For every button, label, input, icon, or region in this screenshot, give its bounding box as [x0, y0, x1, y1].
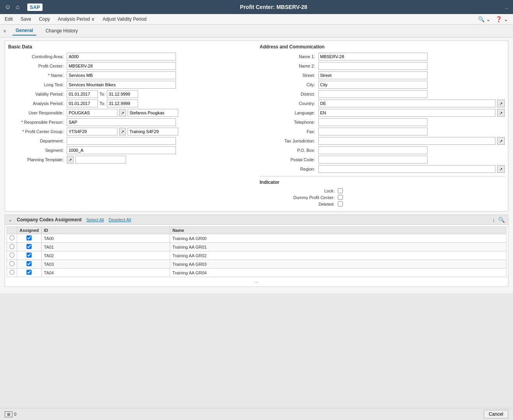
profit-center-group-name-input[interactable]: [128, 128, 178, 135]
row-check-0[interactable]: [27, 235, 32, 240]
download-icon[interactable]: ↓: [492, 217, 495, 223]
long-text-input[interactable]: [67, 81, 176, 89]
deselect-all-link[interactable]: Deselect All: [109, 217, 131, 222]
postal-code-input[interactable]: [318, 156, 428, 164]
tax-jurisdiction-label: Tax Jurisdiction:: [260, 139, 318, 143]
select-all-link[interactable]: Select All: [86, 217, 104, 222]
language-input[interactable]: [318, 109, 496, 117]
dummy-profit-center-label: Dummy Profit Center:: [260, 195, 338, 200]
controlling-area-input[interactable]: [67, 53, 176, 61]
telephone-input[interactable]: [318, 118, 428, 126]
deleted-label: Deleted:: [260, 202, 338, 206]
analysis-to-input[interactable]: [107, 100, 138, 107]
row-radio-1[interactable]: [9, 244, 14, 249]
street-input[interactable]: [318, 71, 428, 79]
validity-from-input[interactable]: [67, 90, 98, 98]
table-row: TA00 Training AA GR00: [7, 234, 506, 243]
row-check-2[interactable]: [27, 253, 32, 258]
company-codes-section: ⌄ Company Codes Assignment Select All De…: [5, 215, 508, 287]
user-responsible-name-input[interactable]: [128, 109, 178, 117]
street-label: Street:: [260, 73, 318, 78]
city-label: City:: [260, 82, 318, 87]
col-assigned: Assigned: [17, 227, 42, 234]
tab-general[interactable]: General: [12, 26, 36, 36]
validity-to-input[interactable]: [107, 90, 138, 98]
region-input[interactable]: [318, 165, 496, 173]
table-row: TA02 Training AA GR02: [7, 251, 506, 260]
name1-input[interactable]: [318, 53, 428, 61]
po-box-input[interactable]: [318, 146, 428, 154]
search-menu-icon[interactable]: 🔍 ⌄: [478, 16, 491, 22]
segment-input[interactable]: [67, 146, 176, 154]
row-id-2: TA02: [41, 251, 170, 260]
menu-edit[interactable]: Edit: [5, 16, 13, 23]
menu-analysis-period[interactable]: Analysis Period ∨: [58, 16, 95, 23]
planning-template-popup-btn[interactable]: ↗: [67, 156, 74, 164]
more-icon[interactable]: ...: [505, 5, 508, 9]
language-popup-btn[interactable]: ↗: [497, 109, 505, 117]
tax-jurisdiction-popup-btn[interactable]: ↗: [497, 137, 505, 145]
district-input[interactable]: [318, 90, 428, 98]
col-name: Name: [170, 227, 506, 234]
row-check-3[interactable]: [27, 261, 32, 266]
user-responsible-popup-btn[interactable]: ↗: [119, 109, 126, 117]
tab-change-history[interactable]: Change History: [43, 27, 81, 35]
address-section: Address and Communication Name 1: Name 2…: [260, 44, 505, 208]
row-name-4: Training AA GR04: [170, 269, 506, 277]
basic-data-section: Basic Data Controlling Area: Profit Cent…: [8, 44, 254, 208]
basic-data-title: Basic Data: [8, 44, 254, 50]
menu-bar: Edit Save Copy Analysis Period ∨ Adjust …: [0, 14, 513, 25]
profit-center-group-popup-btn[interactable]: ↗: [119, 128, 126, 135]
analysis-from-input[interactable]: [67, 100, 98, 107]
menu-copy[interactable]: Copy: [39, 16, 50, 23]
user-responsible-label: User Responsible:: [8, 110, 67, 115]
menu-save[interactable]: Save: [21, 16, 31, 23]
settings-icon[interactable]: 🔍: [498, 217, 505, 223]
name-input[interactable]: [67, 71, 176, 79]
analysis-to-label: To:: [99, 101, 105, 106]
more-rows-indicator: ...: [7, 277, 506, 285]
table-row: TA01 Training AA GR01: [7, 243, 506, 251]
user-responsible-input[interactable]: [67, 109, 117, 117]
deleted-checkbox[interactable]: [338, 201, 343, 206]
country-input[interactable]: [318, 100, 496, 107]
name2-label: Name 2:: [260, 64, 318, 68]
company-codes-chevron[interactable]: ⌄: [8, 217, 12, 222]
home-icon[interactable]: ⌂: [16, 4, 20, 11]
row-radio-3[interactable]: [9, 261, 14, 266]
row-check-1[interactable]: [27, 244, 32, 249]
tax-jurisdiction-input[interactable]: [318, 137, 496, 145]
profit-center-group-input[interactable]: [67, 128, 117, 135]
row-radio-4[interactable]: [9, 270, 14, 275]
fax-input[interactable]: [318, 128, 428, 135]
city-input[interactable]: [318, 81, 428, 89]
planning-template-label: Planning Template:: [8, 157, 67, 162]
tabs-bar: ∨ General Change History: [0, 25, 513, 37]
lock-checkbox[interactable]: [338, 188, 343, 193]
help-menu-icon[interactable]: ❓ ⌄: [495, 16, 508, 22]
row-name-3: Training AA GR03: [170, 260, 506, 269]
fax-label: Fax:: [260, 129, 318, 134]
address-title: Address and Communication: [260, 44, 505, 50]
row-radio-2[interactable]: [9, 253, 14, 258]
region-popup-btn[interactable]: ↗: [497, 165, 505, 173]
window-title: Profit Center: MBSERV-28: [43, 4, 505, 10]
row-radio-0[interactable]: [9, 235, 14, 240]
person-icon[interactable]: ☺: [5, 4, 11, 11]
indicator-title: Indicator: [260, 176, 505, 185]
company-codes-table: Assigned ID Name TA00 Training AA GR00: [7, 226, 506, 277]
dummy-profit-center-checkbox[interactable]: [338, 195, 343, 200]
profit-center-input[interactable]: [67, 62, 176, 70]
department-input[interactable]: [67, 137, 176, 145]
table-row: TA03 Training AA GR03: [7, 260, 506, 269]
country-popup-btn[interactable]: ↗: [497, 100, 505, 107]
menu-adjust-validity[interactable]: Adjust Validity Period: [103, 16, 147, 23]
company-codes-header: ⌄ Company Codes Assignment Select All De…: [5, 215, 508, 225]
tabs-chevron[interactable]: ∨: [3, 28, 6, 34]
col-id: ID: [41, 227, 170, 234]
planning-template-input[interactable]: [75, 156, 126, 164]
row-check-4[interactable]: [27, 270, 32, 275]
district-label: District:: [260, 92, 318, 96]
responsible-person-input[interactable]: [67, 118, 176, 126]
name2-input[interactable]: [318, 62, 428, 70]
